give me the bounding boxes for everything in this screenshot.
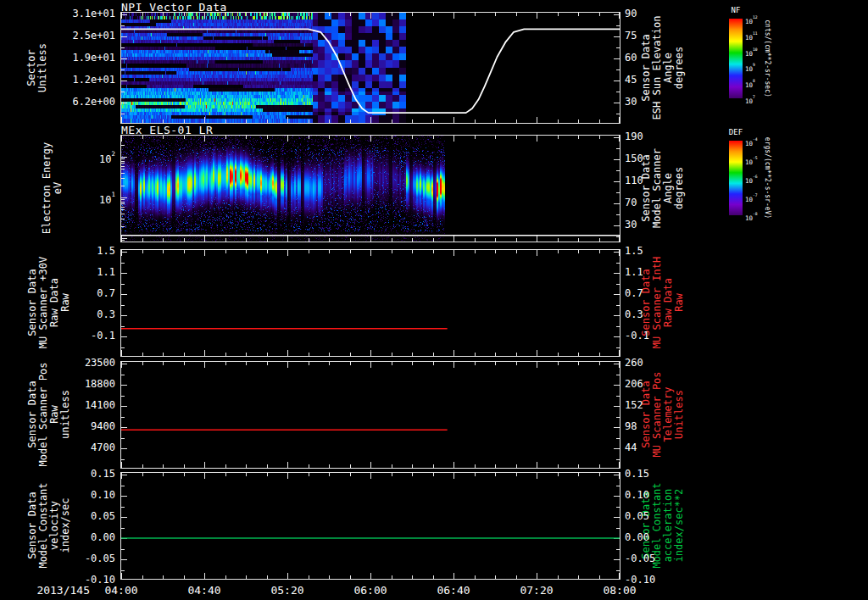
panel2-right-tick-label: 190 — [625, 131, 671, 142]
colorbar-tick-label: 10-5 — [745, 156, 774, 164]
panel5-right-tick-label: -0.05 — [625, 553, 671, 564]
x-axis-tick-label: 04:00 — [96, 584, 147, 597]
panel1-right-tick-label: 30 — [625, 97, 671, 108]
npi-spectrogram-canvas — [121, 13, 620, 123]
panel5-right-tick-label: 0.00 — [625, 532, 671, 543]
panel4-plot-frame — [120, 361, 620, 469]
colorbar-nf-title: NF — [719, 6, 753, 14]
panel2-plot-frame — [120, 135, 620, 242]
panel1-right-tick-label: 60 — [625, 53, 671, 64]
x-axis-tick-label: 05:20 — [262, 584, 313, 597]
colorbar-tick-label: 109 — [745, 63, 774, 70]
panel1-plot-frame — [120, 12, 620, 124]
panel5-right-tick-label: 0.05 — [625, 511, 671, 522]
model-constant-line-canvas — [121, 473, 620, 579]
panel3-left-tick-label: 1.5 — [31, 246, 115, 257]
panel1-left-tick-label: 3.1e+01 — [31, 8, 115, 19]
colorbar-tick-label: 10-7 — [745, 193, 774, 201]
x-axis-tick-label: 06:00 — [345, 584, 396, 597]
colorbar-tick-label: 10-4 — [745, 137, 774, 145]
colorbar-tick-label: 1011 — [745, 31, 774, 39]
panel1-left-tick-label: 1.2e+01 — [31, 75, 115, 86]
colorbar-tick-label: 10-6 — [745, 175, 774, 182]
panel5-left-tick-label: -0.05 — [31, 553, 115, 564]
panel1-left-tick-label: 6.2e+00 — [31, 97, 115, 108]
panel5-right-tick-label: 0.10 — [625, 490, 671, 501]
panel2-right-tick-label: 110 — [625, 175, 671, 186]
panel4-right-tick-label: 206 — [625, 379, 671, 390]
colorbar-tick-label: 10-8 — [745, 212, 774, 219]
panel2-right-tick-label: 150 — [625, 153, 671, 164]
colorbar-tick-label: 1012 — [745, 15, 774, 23]
scanner-pos-line-canvas — [121, 362, 620, 468]
panel3-right-tick-label: 1.5 — [625, 246, 671, 257]
panel4-left-tick-label: 18800 — [31, 379, 115, 390]
x-axis-tick-label: 04:40 — [179, 584, 230, 597]
panel4-right-tick-label: 98 — [625, 421, 671, 432]
date-label: 2013/145 — [25, 584, 90, 597]
colorbar-tick-label: 1010 — [745, 47, 774, 55]
panel4-left-tick-label: 23500 — [31, 358, 115, 369]
panel1-left-tick-label: 1.9e+01 — [31, 53, 115, 64]
x-axis-tick-label: 07:20 — [511, 584, 562, 597]
x-axis-tick-label: 08:00 — [594, 584, 645, 597]
panel1-left-tick-label: 2.5e+01 — [31, 31, 115, 42]
panel5-left-tick-label: 0.10 — [31, 490, 115, 501]
panel3-right-tick-label: 1.1 — [625, 267, 671, 278]
panel3-left-tick-label: 0.7 — [31, 288, 115, 299]
panel5-left-tick-label: 0.00 — [31, 532, 115, 543]
x-axis-tick-label: 06:40 — [428, 584, 479, 597]
panel1-right-tick-label: 75 — [625, 31, 671, 42]
panel3-left-tick-label: 1.1 — [31, 267, 115, 278]
panel5-plot-frame — [120, 472, 620, 580]
colorbar-tick-label: 107 — [745, 95, 774, 103]
mu-scanner-line-canvas — [121, 250, 620, 356]
panel2-right-tick-label: 70 — [625, 197, 671, 208]
panel2-right-tick-label: 30 — [625, 219, 671, 231]
panel4-left-tick-label: 4700 — [31, 442, 115, 453]
panel4-right-tick-label: 44 — [625, 442, 671, 453]
panel3-plot-frame — [120, 249, 620, 357]
panel5-left-tick-label: 0.05 — [31, 511, 115, 522]
panel3-right-tick-label: 0.7 — [625, 288, 671, 299]
panel3-left-tick-label: 0.3 — [31, 309, 115, 320]
panel2-left-tick-label: 101 — [31, 192, 115, 203]
els-spectrogram-canvas — [121, 136, 620, 242]
panel2-left-tick-label: 102 — [31, 151, 115, 162]
panel1-right-tick-label: 45 — [625, 75, 671, 86]
colorbar-def-gradient — [729, 141, 743, 215]
colorbar-nf-gradient — [729, 19, 743, 98]
panel3-left-tick-label: -0.1 — [31, 331, 115, 342]
panel4-left-tick-label: 9400 — [31, 421, 115, 432]
panel5-left-tick-label: 0.15 — [31, 469, 115, 480]
colorbar-tick-label: 108 — [745, 79, 774, 86]
panel3-right-tick-label: -0.1 — [625, 331, 671, 342]
panel4-right-tick-label: 152 — [625, 400, 671, 411]
panel4-left-tick-label: 14100 — [31, 400, 115, 411]
panel3-right-tick-label: 0.3 — [625, 309, 671, 320]
panel5-right-tick-label: 0.15 — [625, 469, 671, 480]
panel4-right-tick-label: 260 — [625, 358, 671, 369]
colorbar-def-title: DEF — [719, 128, 753, 136]
telemetry-plot-screen: NPI Vector Data MEx ELS-01 LR Sector Uni… — [0, 0, 868, 600]
panel1-right-tick-label: 90 — [625, 8, 671, 19]
